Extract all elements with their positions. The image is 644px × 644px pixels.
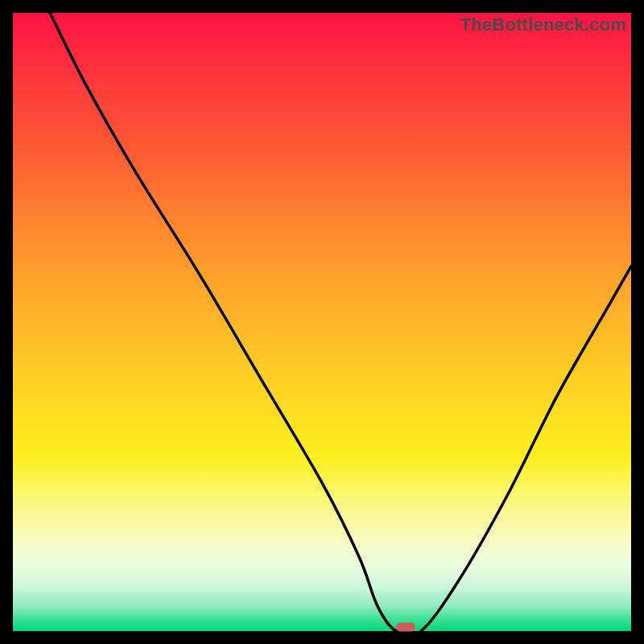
optimum-marker [396, 623, 415, 632]
bottleneck-curve-path [50, 13, 631, 636]
chart-frame: TheBottleneck.com [0, 0, 644, 644]
curve-svg [13, 13, 631, 631]
chart-plot-area: TheBottleneck.com [13, 13, 631, 631]
